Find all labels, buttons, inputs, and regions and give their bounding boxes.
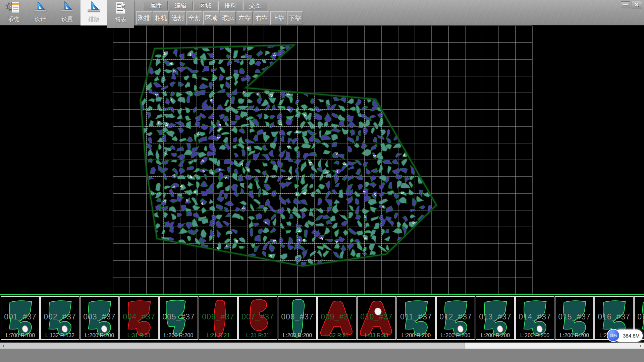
scrollbar-thumb[interactable] bbox=[0, 343, 465, 349]
minimize-button[interactable]: — bbox=[621, 1, 630, 8]
thumbnail-cell-013_#37[interactable]: 013_#37L:200 R:200 bbox=[476, 296, 515, 340]
tool-camera-button[interactable]: 相机 bbox=[153, 11, 169, 25]
thumbnail-cell-001_#37[interactable]: 001_#37L:700 R:700 bbox=[1, 296, 40, 340]
thumbnail-cell-014_#37[interactable]: 014_#37L:200 R:200 bbox=[515, 296, 554, 340]
part-name: 001_#37 bbox=[1, 312, 39, 321]
nav-layout-button[interactable]: 排版 bbox=[80, 0, 107, 25]
tool-snap-bottom-button[interactable]: 下靠 bbox=[287, 11, 303, 25]
scroll-left-arrow-icon[interactable]: ‹ bbox=[0, 343, 7, 349]
scroll-right-arrow-icon[interactable]: › bbox=[637, 343, 644, 349]
part-lr-count: L:200 R:200 bbox=[160, 333, 198, 339]
tool-defect-button[interactable]: 瑕疵 bbox=[220, 11, 236, 25]
part-lr-count: L:200 R:200 bbox=[278, 333, 316, 339]
memory-percent-indicator: 38% bbox=[607, 329, 620, 342]
main-nav: 系统 设计 设置 排版 bbox=[0, 0, 134, 25]
tool-snap-top-button[interactable]: 上靠 bbox=[270, 11, 286, 25]
part-name: 014_#37 bbox=[516, 312, 554, 321]
part-lr-count: L:21 R:21 bbox=[199, 333, 237, 339]
system-gear-icon bbox=[6, 1, 21, 15]
thumbnail-cell-002_#37[interactable]: 002_#37L:132 R:132 bbox=[40, 296, 79, 340]
status-bar bbox=[0, 349, 644, 362]
part-name: 015_#37 bbox=[555, 312, 593, 321]
tool-zone-button[interactable]: 区域 bbox=[203, 11, 219, 25]
strip-top-border bbox=[0, 294, 644, 295]
menu-nesting-button[interactable]: 排料 bbox=[218, 1, 242, 10]
part-name: 011_#37 bbox=[397, 312, 435, 321]
thumbnail-cell-004_#37[interactable]: 004_#37L:31 R:31 bbox=[119, 296, 159, 340]
menu-interact-button[interactable]: 交互 bbox=[243, 1, 267, 10]
part-name: 012_#37 bbox=[437, 312, 475, 321]
nav-system-button[interactable]: 系统 bbox=[0, 0, 27, 25]
nav-report-button[interactable]: 报表 bbox=[107, 0, 134, 28]
part-name: 005_#37 bbox=[160, 312, 198, 321]
part-name: 006_#37 bbox=[199, 312, 237, 321]
part-lr-count: L:33 R:33 bbox=[358, 333, 395, 339]
nav-settings-button[interactable]: 设置 bbox=[54, 0, 80, 25]
part-lr-count: L:31 R:31 bbox=[120, 333, 158, 339]
tool-select-cut-button[interactable]: 选割 bbox=[170, 11, 185, 25]
thumbnail-cell-011_#37[interactable]: 011_#37L:200 R:200 bbox=[396, 296, 436, 340]
memory-percent: 38% bbox=[609, 334, 617, 338]
thumbnail-cell-003_#37[interactable]: 003_#37L:200 R:200 bbox=[80, 296, 119, 340]
part-lr-count: L:200 R:200 bbox=[476, 333, 514, 339]
thumbnail-cell-007_#37[interactable]: 007_#37L:31 R:31 bbox=[238, 296, 277, 340]
nav-layout-label: 排版 bbox=[88, 15, 100, 23]
settings-triangle-ruler-icon bbox=[60, 1, 74, 15]
tool-cluster-nest-button[interactable]: 聚排 bbox=[136, 11, 152, 25]
menu-properties-button[interactable]: 属性 bbox=[144, 1, 168, 10]
tool-snap-right-button[interactable]: 右靠 bbox=[254, 11, 269, 25]
nested-pieces bbox=[138, 42, 431, 266]
thumbnail-scrollbar[interactable]: ‹ › bbox=[0, 343, 644, 349]
part-name: 004_#37 bbox=[120, 312, 158, 321]
part-name: 008_#37 bbox=[278, 312, 316, 321]
thumbnail-cell-005_#37[interactable]: 005_#37L:200 R:200 bbox=[159, 296, 198, 340]
part-lr-count: L:200 R:200 bbox=[555, 333, 593, 339]
part-lr-count: L:200 R:200 bbox=[437, 333, 475, 339]
close-button[interactable]: ✕ bbox=[632, 1, 642, 9]
nav-design-button[interactable]: 设计 bbox=[27, 0, 54, 25]
part-name: 007_#37 bbox=[239, 312, 277, 321]
menu-edit-button[interactable]: 编辑 bbox=[169, 1, 193, 10]
part-name: 009_#37 bbox=[318, 312, 356, 321]
thumbnail-cell-010_#37[interactable]: 010_#37L:33 R:33 bbox=[357, 296, 396, 340]
thumbnail-cell-015_#37[interactable]: 015_#37L:200 R:200 bbox=[555, 296, 594, 340]
design-triangle-ruler-icon bbox=[33, 1, 48, 15]
thumbnail-cell-008_#37[interactable]: 008_#37L:200 R:200 bbox=[278, 296, 317, 340]
thumbnail-cell-009_#37[interactable]: 009_#37L:32 R:31 bbox=[317, 296, 357, 340]
part-name: 010_#37 bbox=[358, 312, 395, 321]
part-name: 017_#37 bbox=[635, 312, 644, 321]
nesting-canvas[interactable] bbox=[0, 25, 644, 294]
part-lr-count: L:31 R:31 bbox=[239, 333, 277, 339]
nav-settings-label: 设置 bbox=[61, 15, 73, 23]
thumbnail-cell-006_#37[interactable]: 006_#37L:21 R:21 bbox=[199, 296, 238, 340]
part-lr-count: L:200 R:200 bbox=[80, 333, 118, 339]
part-lr-count: L:200 R:200 bbox=[397, 333, 435, 339]
memory-value: 384.8M bbox=[623, 333, 640, 339]
report-document-icon bbox=[113, 1, 128, 16]
part-lr-count: L:700 R:700 bbox=[1, 333, 39, 339]
menu-row-1: 属性 编辑 区域 排料 交互 bbox=[144, 1, 267, 10]
part-lr-count: L:132 R:132 bbox=[41, 333, 79, 339]
tool-cut-all-button[interactable]: 全割 bbox=[186, 11, 202, 25]
layout-triangle-ruler-icon bbox=[87, 1, 101, 15]
part-name: 003_#37 bbox=[80, 312, 118, 321]
part-name: 013_#37 bbox=[476, 312, 514, 321]
part-lr-count: L:200 R:200 bbox=[516, 333, 554, 339]
part-lr-count: L:32 R:31 bbox=[318, 333, 356, 339]
menu-region-button[interactable]: 区域 bbox=[194, 1, 217, 10]
part-name: 002_#37 bbox=[41, 312, 79, 321]
nav-report-label: 报表 bbox=[115, 16, 126, 24]
nav-design-label: 设计 bbox=[35, 15, 46, 23]
part-name: 016_#37 bbox=[595, 312, 633, 321]
thumbnail-cell-012_#37[interactable]: 012_#37L:200 R:200 bbox=[436, 296, 475, 340]
menu-row-2: 聚排 相机 选割 全割 区域 瑕疵 左靠 右靠 上靠 下靠 bbox=[136, 11, 303, 25]
tool-snap-left-button[interactable]: 左靠 bbox=[237, 11, 253, 25]
nav-system-label: 系统 bbox=[8, 15, 19, 23]
parts-thumbnail-strip: 001_#37L:700 R:700002_#37L:132 R:132003_… bbox=[0, 294, 644, 343]
